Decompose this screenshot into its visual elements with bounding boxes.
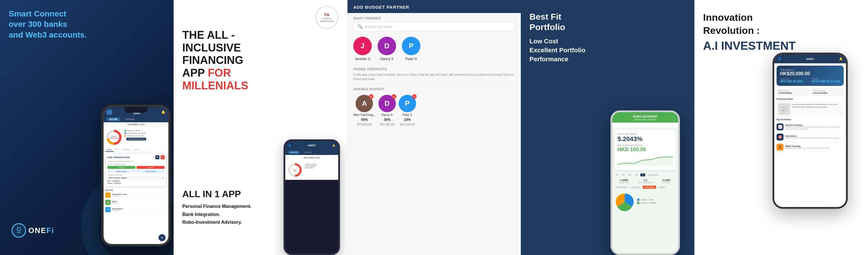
alloc-geography[interactable]: Geography [643,186,656,189]
balance-today: Today's P&L HKD 800.00 (4%) [780,78,809,83]
friend-name-jennifer: Jennifer S [355,57,370,61]
svg-text:$12k: $12k [293,170,296,171]
alloc-asset[interactable]: Asset Class [615,186,629,189]
stat-volatility: 0.0362 Volatility [657,179,676,183]
tab-income[interactable]: INCOME [106,117,120,121]
headline-line1: THE ALL - [182,29,318,42]
alloc-currency[interactable]: Currency [630,186,642,189]
diff-val: $0.00 [136,130,140,132]
stat-sharpe: 1.4359 Sharpe Ratio [615,179,633,183]
geo-labels: Location 1 40% Location 2 35.96% [637,199,656,205]
wealth-card: Wealth Level Comfortable [777,88,809,96]
robo-header: ROBO-ADVISORY Conservative Portfolio [612,112,678,123]
btn-income[interactable]: Income [107,166,135,169]
alloc-sector[interactable]: Sector [657,186,666,189]
portfolio-icon-general: 📈 [777,123,783,130]
fa-text: FA [324,12,330,17]
portfolio-row-general[interactable]: 📈 General Investing Investing in risk-ad… [777,122,844,132]
tab-banks[interactable]: Banks [105,148,114,152]
search-placeholder: Search by name [365,25,392,29]
bottom-tabs: Banks MPF Investment Others [103,148,168,152]
date-prev[interactable]: ‹ [106,123,106,125]
tab-investment[interactable]: Investment [121,148,132,152]
news-section: Financial News 📰 Financial analysts pred… [774,98,846,118]
fab-add-btn[interactable]: + [159,234,165,241]
btn-money-lending[interactable]: Money Lending [107,170,135,173]
remove-peter-btn[interactable]: ✕ [412,94,416,99]
copy-icon[interactable]: ⧉ [155,155,159,159]
trans-item-3: 🏷 Subcategory Shopping [105,206,167,213]
edit-monthly-btn[interactable]: Edit Monthly Planning [126,138,146,140]
tab-1y[interactable]: 1Y [640,173,645,177]
svg-text:Expense: Expense [111,135,117,137]
onefi-logo-svg [15,226,23,234]
geo-row-1: Location 1 40% [637,199,656,201]
portfolio-row-web3[interactable]: ₿ WEB3 Investing Web3 robo-advisory help… [777,142,844,152]
section1-text: Smart Connect over 300 banks and Web3 ac… [9,9,87,40]
trans-cat-1: Shopping [112,195,167,197]
section-smart-connect: Smart Connect over 300 banks and Web3 ac… [0,0,174,255]
phone-screen-1: 👤 OONEFi 🔔 INCOME EXPENSE ‹ < DECEMBER 2… [103,107,168,244]
friend-item-jennifer: J Jennifer S [353,37,372,61]
tab-1d[interactable]: 1D [615,173,620,177]
tab-others[interactable]: Others [133,148,142,152]
fintech-year: AWARDS 2020 [320,20,334,23]
chevron-down-icon: ▾ [163,177,163,179]
budget-partner-screen: ADD BUDGET PARTNER OneFI FRIENDS 🔍 Searc… [347,0,521,255]
geo-label-1: Location 1 [641,199,649,201]
return-label: Past 1 Year Return [617,133,673,135]
portfolio-name-web3: WEB3 Investing [785,145,841,147]
donut-chart: Expense $12,234.56 [105,129,123,146]
section5-phone: 👤 ONEFi 🔔 Total Balance HK$20,000.00 Tod… [773,53,865,255]
portfolio-name-goal: Goal-Driven [785,135,841,137]
bp-header: ADD BUDGET PARTNER [347,0,521,13]
tab-since-launch[interactable]: Since Launch [646,173,660,177]
budget-amount-allen: $70,800.00 [357,123,372,126]
section-portfolio: Best Fit Portfolio Low Cost Excellent Po… [521,0,694,255]
portfolio-desc-general: Investing in risk-adjusted portfolios th… [785,126,841,130]
tab-3m[interactable]: 3M [627,173,632,177]
remove-danny-btn[interactable]: ✕ [392,94,396,99]
balance-today-val: HKD 800.00 (4%) [780,80,809,83]
stats-row: 1.4359 Sharpe Ratio 1.3 Value Gaming Rat… [612,178,678,185]
risk-card: Risk Preference Conservative [811,88,844,96]
onefi-text: ONEFi [28,226,54,235]
date-nav: ‹ < DECEMBER 2021 > › [103,122,168,127]
expected-label: Expected Income [127,132,140,134]
search-bar[interactable]: 🔍 Search by name [353,22,515,32]
tab-1m[interactable]: 1M [621,173,626,177]
allin1-section: ALL IN 1 APP Personal Finance Management… [182,189,251,226]
geo-pct-2: 35.96% [650,202,656,204]
date-field: Date* 23/12/2020 [107,180,165,182]
btn-expense[interactable]: Expense [136,166,165,169]
balance-total-pl: Total P&L HKD 8,000.00 (+11%) [812,78,840,83]
date-label: < DECEMBER 2021 > [126,123,146,125]
btn-internal-transfer[interactable]: Internal Transfer [136,170,165,173]
news-body: Financial analysts predict the Federal R… [792,103,842,115]
chevron-right-icon-2: › [843,136,844,139]
tab-expense[interactable]: EXPENSE [122,117,137,121]
stat-value: 1.3 Value Gaming Ratio [636,179,654,183]
close-icon-btn[interactable]: ✕ [161,155,165,159]
trans-info-2: IKEA Shopping [112,201,167,204]
select-category[interactable]: Select Transaction Category* ▾ [107,177,165,179]
remove-allen-btn[interactable]: ✕ [369,94,374,99]
balance-amount: HK$20,000.00 [780,71,840,76]
svg-point-5 [17,227,21,231]
section4-left: Best Fit Portfolio Low Cost Excellent Po… [521,0,596,255]
portfolios-section: My Portfolios 📈 General Investing Invest… [774,118,846,152]
shared-budget-title: SHARED BUDGET [347,84,521,93]
geo-label-2: Location 2 [641,202,649,204]
portfolio-sub2: Excellent Portfolio Performance [529,46,587,64]
friend-name-danny: Danny S [380,57,394,61]
income-expense-tabs: INCOME EXPENSE [103,116,168,122]
budget-avatar-peter2: P ✕ [399,95,416,112]
tab-6m[interactable]: 6M [633,173,639,177]
portfolio-row-goal[interactable]: 🎯 Goal-Driven Telling us what you're sav… [777,132,844,142]
date-next[interactable]: › [165,123,166,125]
budget-amount-peter: $14,160.00 [400,123,414,126]
tab-mpf[interactable]: MPF [114,148,121,152]
vol-label: Volatility [657,182,676,183]
portfolio-headline: Best Fit Portfolio [529,11,587,32]
add-trans-header: ADD TRANSACTION ⧉ ✕ [107,155,165,159]
